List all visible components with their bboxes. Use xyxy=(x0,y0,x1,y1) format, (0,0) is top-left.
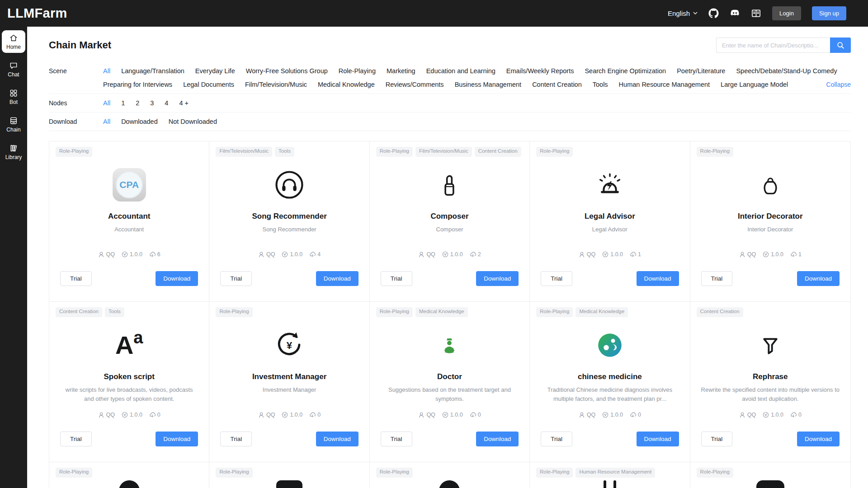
scene-filter-option[interactable]: Medical Knowledge xyxy=(318,80,375,89)
scene-filter-option[interactable]: All xyxy=(103,67,110,75)
card-actions: Trial Download xyxy=(220,271,358,286)
scene-filter-option[interactable]: Education and Learning xyxy=(426,67,495,75)
download-button[interactable]: Download xyxy=(797,271,840,286)
download-filter-option[interactable]: Not Downloaded xyxy=(169,117,217,126)
card-actions: Trial Download xyxy=(60,271,198,286)
download-button[interactable]: Download xyxy=(316,432,359,446)
card-tags: Role-PlayingFilm/Television/MusicContent… xyxy=(376,147,523,157)
download-filter-option[interactable]: Downloaded xyxy=(121,117,158,126)
card-title: chinese medicine xyxy=(536,372,683,381)
scene-filter-option[interactable]: Large Language Model xyxy=(721,80,788,89)
scene-filter-option[interactable]: Preparing for Interviews xyxy=(103,80,172,89)
scene-filter-option[interactable]: Worry-Free Solutions Group xyxy=(246,67,328,75)
download-cloud-icon xyxy=(309,412,316,418)
scene-filter-option[interactable]: Film/Television/Music xyxy=(245,80,307,89)
trial-button[interactable]: Trial xyxy=(220,271,252,286)
scene-filter-option[interactable]: Content Creation xyxy=(532,80,582,89)
nodes-filter-option[interactable]: 2 xyxy=(136,99,139,107)
chain-card[interactable]: Role-PlayingFilm/Television/MusicContent… xyxy=(370,141,530,302)
chain-card[interactable]: Role-PlayingHuman Resource Management xyxy=(530,462,690,488)
scene-filter-option[interactable]: Legal Documents xyxy=(183,80,234,89)
card-actions: Trial Download xyxy=(701,432,840,446)
nodes-filter-option[interactable]: 1 xyxy=(121,99,125,107)
chain-card[interactable]: Role-Playing xyxy=(209,462,369,488)
download-button[interactable]: Download xyxy=(316,271,359,286)
signup-button[interactable]: Sign up xyxy=(812,6,846,20)
card-icon-area xyxy=(56,480,203,488)
sidebar-item-home[interactable]: Home xyxy=(2,30,25,53)
search-input[interactable] xyxy=(716,38,830,53)
card-author: QQ xyxy=(258,251,275,258)
trial-button[interactable]: Trial xyxy=(541,432,572,446)
chain-card[interactable]: Role-Playing Legal Advisor Legal Advisor… xyxy=(530,141,690,302)
trial-button[interactable]: Trial xyxy=(701,432,733,446)
search-button[interactable] xyxy=(830,38,851,53)
chain-card[interactable]: Role-Playing ¥ Investment Manager Invest… xyxy=(209,302,369,462)
nodes-filter-option[interactable]: 4 xyxy=(165,99,168,107)
trial-button[interactable]: Trial xyxy=(60,432,92,446)
card-tag: Content Creation xyxy=(697,307,743,317)
card-version: 1.0.0 xyxy=(763,412,783,418)
scene-filter-option[interactable]: Emails/Weekly Reports xyxy=(506,67,574,75)
download-button[interactable]: Download xyxy=(637,271,679,286)
sidebar-item-label: Library xyxy=(5,154,22,160)
card-downloads: 0 xyxy=(630,412,641,418)
scene-filter-option[interactable]: Language/Translation xyxy=(121,67,184,75)
sidebar-item-bot[interactable]: Bot xyxy=(2,85,25,108)
chain-card[interactable]: Role-Playing xyxy=(690,462,850,488)
scene-filter-option[interactable]: Tools xyxy=(593,80,608,89)
scene-filter-option[interactable]: Reviews/Comments xyxy=(386,80,444,89)
trial-button[interactable]: Trial xyxy=(541,271,572,286)
nodes-filter-row: Nodes All12344 + xyxy=(49,94,851,113)
download-button[interactable]: Download xyxy=(476,432,519,446)
trial-button[interactable]: Trial xyxy=(381,432,412,446)
chain-card[interactable]: Role-Playing xyxy=(49,462,209,488)
trial-button[interactable]: Trial xyxy=(701,271,733,286)
sidebar-item-chain[interactable]: Chain xyxy=(2,113,25,136)
scene-filter-option[interactable]: Speech/Debate/Stand-Up Comedy xyxy=(736,67,837,75)
nodes-filter-option[interactable]: 3 xyxy=(150,99,154,107)
collapse-link[interactable]: Collapse xyxy=(826,80,851,89)
chain-card[interactable]: Role-Playing xyxy=(370,462,530,488)
download-button[interactable]: Download xyxy=(637,432,679,446)
download-filter-option[interactable]: All xyxy=(103,117,110,126)
download-cloud-icon xyxy=(630,412,636,418)
chain-card[interactable]: Role-Playing Interior Decorator Interior… xyxy=(690,141,850,302)
login-button[interactable]: Login xyxy=(772,6,801,20)
scene-filter-option[interactable]: Human Resource Management xyxy=(619,80,710,89)
scene-filter-option[interactable]: Everyday Life xyxy=(195,67,235,75)
scene-filter-option[interactable]: Business Management xyxy=(455,80,522,89)
card-downloads: 4 xyxy=(309,251,321,258)
app-header: LLMFarm English Login Sign up xyxy=(0,0,868,27)
chain-card[interactable]: Role-PlayingMedical Knowledge Doctor Sug… xyxy=(370,302,530,462)
chain-card[interactable]: Role-Playing CPA Accountant Accountant Q… xyxy=(49,141,209,302)
download-cloud-icon xyxy=(149,412,156,418)
chain-card[interactable]: Content Creation Rephrase Rewrite the sp… xyxy=(690,302,850,462)
download-button[interactable]: Download xyxy=(797,432,840,446)
scene-filter-option[interactable]: Role-Playing xyxy=(339,67,376,75)
trial-button[interactable]: Trial xyxy=(60,271,92,286)
download-button[interactable]: Download xyxy=(156,271,198,286)
scene-filter-option[interactable]: Marketing xyxy=(387,67,415,75)
card-tags: Role-Playing xyxy=(376,468,523,478)
sidebar-item-chat[interactable]: Chat xyxy=(2,58,25,80)
discord-icon[interactable] xyxy=(730,8,740,19)
docs-icon[interactable] xyxy=(751,8,761,19)
card-tags: Content CreationTools xyxy=(56,307,203,317)
trial-button[interactable]: Trial xyxy=(220,432,252,446)
chain-card[interactable]: Role-PlayingMedical Knowledge chinese me… xyxy=(530,302,690,462)
chain-card[interactable]: Film/Television/MusicTools Song Recommen… xyxy=(209,141,369,302)
github-icon[interactable] xyxy=(708,8,719,19)
download-button[interactable]: Download xyxy=(476,271,519,286)
card-tags: Role-Playing xyxy=(536,147,683,157)
language-selector[interactable]: English xyxy=(668,9,698,17)
chain-card[interactable]: Content CreationTools Aa Spoken script w… xyxy=(49,302,209,462)
scene-filter-option[interactable]: Poetry/Literature xyxy=(677,67,725,75)
scene-filter-option[interactable]: Search Engine Optimization xyxy=(585,67,666,75)
nodes-filter-option[interactable]: All xyxy=(103,99,110,107)
download-button[interactable]: Download xyxy=(156,432,198,446)
nodes-filter-option[interactable]: 4 + xyxy=(179,99,189,107)
sidebar-item-library[interactable]: Library xyxy=(2,141,25,163)
trial-button[interactable]: Trial xyxy=(381,271,412,286)
card-downloads: 0 xyxy=(470,412,481,418)
